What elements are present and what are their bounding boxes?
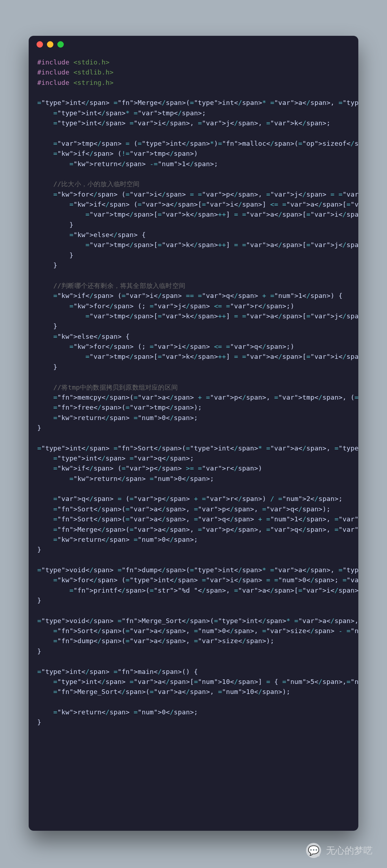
code-content: #include <stdio.h> #include <stdlib.h> #… <box>29 53 358 736</box>
minimize-icon[interactable] <box>47 41 53 48</box>
window-titlebar <box>29 36 358 53</box>
watermark-text: 无心的梦呓 <box>326 844 373 857</box>
code-window: #include <stdio.h> #include <stdlib.h> #… <box>29 36 358 831</box>
maximize-icon[interactable] <box>57 41 64 48</box>
wechat-icon: 💬 <box>306 843 321 858</box>
watermark: 💬 无心的梦呓 <box>306 843 373 858</box>
close-icon[interactable] <box>37 41 43 48</box>
